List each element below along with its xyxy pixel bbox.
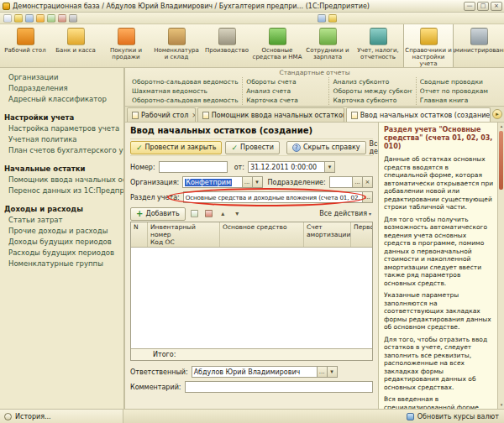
table-header-row: N Инвентарный номер Код ОС Основное сред… xyxy=(131,222,372,248)
report-link[interactable]: Главная книга xyxy=(420,96,499,105)
scroll-up-icon[interactable]: ▴ xyxy=(498,123,504,130)
organization-row: Организация: Конфетприм ... ▾ Подразделе… xyxy=(130,176,373,188)
search-icon[interactable] xyxy=(25,14,34,23)
report-link[interactable]: Шахматная ведомость xyxy=(132,86,239,96)
open-icon[interactable] xyxy=(14,14,23,23)
responsible-open-icon[interactable]: ▾ xyxy=(328,366,338,378)
form-command-bar: ✓ Провести и закрыть ✓ Провести ? Скрыть… xyxy=(130,138,373,156)
accounting-section-input[interactable]: Основные средства и доходные вложения (с… xyxy=(183,191,363,203)
post-and-close-button[interactable]: ✓ Провести и закрыть xyxy=(130,141,222,154)
tab-balances-assistant[interactable]: Помощник ввода начальных остатков × xyxy=(197,107,344,122)
report-link[interactable]: Сводные проводки xyxy=(420,77,499,86)
minimize-button[interactable]: — xyxy=(464,2,475,11)
tab-enter-balances[interactable]: Ввод начальных остатков (создание) × xyxy=(346,107,491,122)
chevron-down-icon: ▾ xyxy=(369,211,371,217)
links-icon[interactable] xyxy=(318,14,326,23)
department-input[interactable] xyxy=(329,176,353,188)
all-actions-button[interactable]: Все действия ▾ xyxy=(370,140,378,155)
report-link[interactable]: Карточка субконто xyxy=(333,96,412,105)
date-picker-icon[interactable]: ▾ xyxy=(325,161,335,173)
section-bank-cash[interactable]: Банк и касса xyxy=(50,24,101,67)
nav-item-deferred-expenses[interactable]: Расходы будущих периодов xyxy=(0,248,123,258)
hide-help-button[interactable]: ? Скрыть справку xyxy=(286,141,366,154)
column-header-depreciation-account[interactable]: Счет амортизации xyxy=(304,222,351,247)
column-header-inventory[interactable]: Инвентарный номер Код ОС xyxy=(148,222,220,247)
help-paragraph: Данные об остатках основных средств ввод… xyxy=(384,155,494,212)
help-scrollbar-thumb[interactable] xyxy=(499,131,503,190)
new-document-icon[interactable] xyxy=(3,14,12,23)
move-down-button[interactable]: ▾ xyxy=(232,208,243,219)
department-select-icon[interactable]: ... xyxy=(353,176,363,188)
nav-item-organizations[interactable]: Организации xyxy=(0,72,123,83)
section-fixed-assets[interactable]: Основные средства и НМА xyxy=(252,24,302,67)
post-button[interactable]: ✓ Провести xyxy=(225,141,279,154)
report-link[interactable]: Анализ субконто xyxy=(333,77,412,86)
nav-item-accounting-parameters[interactable]: Настройка параметров учета xyxy=(0,123,123,134)
section-accounting-taxes[interactable]: Учет, налоги, отчетность xyxy=(353,24,403,67)
nav-item-deferred-income[interactable]: Доходы будущих периодов xyxy=(0,237,123,248)
refresh-currency-button[interactable]: Обновить курсы валют xyxy=(407,413,504,420)
grid-all-actions-button[interactable]: Все действия ▾ xyxy=(319,210,373,217)
responsible-input[interactable]: Абдулов Юрий Владимирович xyxy=(192,366,318,378)
tab-scroll-right-icon[interactable]: ▸ xyxy=(492,109,502,119)
history-icon[interactable] xyxy=(328,14,337,23)
responsible-select-icon[interactable]: ... xyxy=(318,366,328,378)
organization-select-icon[interactable]: ... xyxy=(243,176,253,188)
comment-input[interactable] xyxy=(185,381,373,393)
report-link[interactable]: Анализ счета xyxy=(246,86,325,96)
factory-icon xyxy=(218,28,236,45)
section-employees-salary[interactable]: Сотрудники и зарплата xyxy=(302,24,353,67)
section-administration[interactable]: Администрирование xyxy=(454,24,504,67)
close-button[interactable]: × xyxy=(491,2,502,11)
organization-input[interactable]: Конфетприм xyxy=(182,176,242,188)
history-label: История... xyxy=(15,413,51,420)
report-link[interactable]: Обороты счета xyxy=(246,77,325,86)
section-desktop[interactable]: Рабочий стол xyxy=(0,24,50,67)
tab-desktop[interactable]: Рабочий стол × xyxy=(127,107,196,122)
history-button[interactable]: История... xyxy=(0,410,123,423)
table-body-empty[interactable] xyxy=(131,248,372,348)
department-clear-icon[interactable]: × xyxy=(363,176,373,188)
copy-icon xyxy=(191,210,198,217)
nav-item-chart-of-accounts[interactable]: План счетов бухгалтерского учета xyxy=(0,145,123,156)
section-directories-settings[interactable]: Справочники и настройки учета xyxy=(403,24,454,67)
accounting-section-select-icon[interactable]: ... xyxy=(363,191,373,203)
report-link[interactable]: Обороты между субконто xyxy=(333,86,412,96)
report-link[interactable]: Карточка счета xyxy=(246,96,325,105)
add-row-button[interactable]: + Добавить xyxy=(130,207,186,221)
move-up-button[interactable]: ▴ xyxy=(218,208,228,219)
nav-item-accounting-policy[interactable]: Учетная политика xyxy=(0,134,123,145)
nav-item-data-transfer[interactable]: Перенос данных из 1С:Предприяти... xyxy=(0,185,123,196)
help-scrollbar[interactable]: ▴ ▾ xyxy=(497,123,504,409)
help-icon[interactable] xyxy=(69,14,77,23)
date-input[interactable]: 31.12.2011 0:00:00 xyxy=(248,161,325,173)
calculator-icon[interactable] xyxy=(47,14,55,23)
scroll-down-icon[interactable]: ▾ xyxy=(498,401,504,409)
nav-item-nomenclature-groups[interactable]: Номенклатурные группы xyxy=(0,258,123,269)
nav-item-cost-items[interactable]: Статьи затрат xyxy=(0,215,123,226)
number-input[interactable] xyxy=(159,161,228,173)
nav-item-other-income-expenses[interactable]: Прочие доходы и расходы xyxy=(0,226,123,237)
bank-icon xyxy=(67,28,85,45)
organization-dropdown-icon[interactable]: ▾ xyxy=(253,176,263,188)
section-nomenclature-warehouse[interactable]: Номенклатура и склад xyxy=(151,24,202,67)
section-purchases-sales[interactable]: Покупки и продажи xyxy=(101,24,151,67)
calendar-icon[interactable] xyxy=(58,14,66,23)
nav-item-departments[interactable]: Подразделения xyxy=(0,83,123,94)
report-link[interactable]: Отчет по проводкам xyxy=(420,86,499,96)
column-header-initial-cost[interactable]: Первоначальна... xyxy=(351,222,372,247)
tab-close-icon[interactable]: × xyxy=(192,112,195,119)
delete-row-button[interactable] xyxy=(203,208,214,219)
report-link[interactable]: Оборотно-сальдовая ведомость по счету xyxy=(132,96,239,105)
responsible-row: Ответственный: Абдулов Юрий Владимирович… xyxy=(130,366,373,378)
report-link[interactable]: Оборотно-сальдовая ведомость xyxy=(132,77,239,86)
comment-label: Комментарий: xyxy=(130,384,181,391)
nav-item-balances-assistant[interactable]: Помощник ввода начальных остатк... xyxy=(0,175,123,185)
maximize-button[interactable]: □ xyxy=(477,2,489,11)
column-header-number[interactable]: N xyxy=(131,222,148,247)
copy-row-button[interactable] xyxy=(189,208,200,219)
section-production[interactable]: Производство xyxy=(202,24,252,67)
favorites-icon[interactable] xyxy=(36,14,45,23)
nav-item-address-classifier[interactable]: Адресный классификатор xyxy=(0,94,123,105)
column-header-asset[interactable]: Основное средство xyxy=(220,222,304,247)
